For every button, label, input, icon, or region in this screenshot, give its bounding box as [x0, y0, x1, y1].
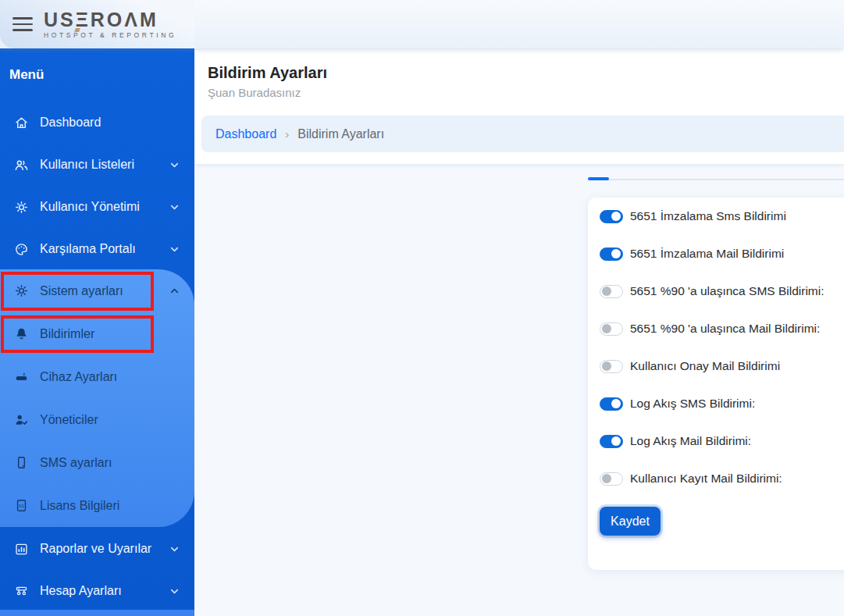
toggle-5651-imzalama-mail[interactable] — [600, 247, 623, 261]
toggle-row: Kullanıcı Kayıt Mail Bildirimi: — [600, 460, 844, 497]
sidebar-item-label: SMS ayarları — [40, 456, 112, 470]
license-icon: 01 — [14, 498, 29, 513]
toggle-label: 5651 %90 'a ulaşınca SMS Bildirimi: — [630, 284, 824, 298]
sidebar-menu-header: Menü — [0, 48, 194, 101]
tab-track — [608, 179, 844, 180]
toggle-knob — [602, 324, 611, 333]
sidebar-item-label: Yöneticiler — [40, 413, 98, 427]
content-header: Bildirim Ayarları Şuan Buradasınız Dashb… — [194, 48, 844, 164]
breadcrumb-separator-icon: › — [285, 127, 289, 141]
toggle-label: Kullanıcı Onay Mail Bildirimi — [630, 359, 780, 373]
svg-text:01: 01 — [19, 503, 24, 508]
chevron-down-icon — [169, 201, 180, 213]
page-title: Bildirim Ayarları — [208, 64, 327, 82]
sidebar-item-label: Kullanıcı Listeleri — [40, 158, 134, 172]
toggle-knob — [611, 212, 621, 221]
save-button[interactable]: Kaydet — [600, 507, 661, 536]
toggle-5651-imzalama-sms[interactable] — [600, 210, 623, 223]
palette-icon — [14, 242, 29, 257]
chevron-down-icon — [169, 244, 180, 255]
toggle-knob — [602, 361, 611, 371]
toggle-knob — [602, 287, 611, 296]
gear-icon — [14, 200, 29, 215]
toggle-label: Log Akış Mail Bildirimi: — [630, 434, 751, 448]
toggle-5651-90-mail[interactable] — [600, 322, 623, 336]
toggle-row: 5651 İmzalama Mail Bildirimi — [600, 235, 844, 272]
tab-indicator — [588, 177, 844, 181]
sidebar-item-karsilama-portali[interactable]: Karşılama Portalı — [0, 228, 194, 270]
breadcrumb: Dashboard › Bildirim Ayarları — [201, 116, 844, 152]
sidebar-bottom-strip — [0, 610, 194, 616]
breadcrumb-link-dashboard[interactable]: Dashboard — [215, 127, 276, 141]
phone-icon — [14, 455, 29, 470]
network-icon — [14, 584, 29, 599]
toggle-row: 5651 İmzalama Sms Bildirimi — [600, 198, 844, 235]
toggle-knob — [611, 436, 621, 446]
toggle-log-akis-sms[interactable] — [600, 397, 623, 411]
breadcrumb-current: Bildirim Ayarları — [297, 127, 384, 141]
sidebar-item-label: Sistem ayarları — [40, 284, 123, 298]
toggle-label: 5651 İmzalama Mail Bildirimi — [630, 247, 784, 261]
logo-area: USΞROΛM HOTSPOT & REPORTING — [0, 0, 194, 48]
toggle-kullanici-kayit-mail[interactable] — [600, 472, 623, 486]
toggle-knob — [602, 474, 611, 483]
admin-user-icon — [14, 412, 29, 427]
sidebar-item-sms-ayarlari[interactable]: SMS ayarları — [0, 441, 194, 484]
toggle-log-akis-mail[interactable] — [600, 435, 623, 448]
toggle-5651-90-sms[interactable] — [600, 285, 623, 298]
toggle-label: Log Akış SMS Bildirimi: — [630, 397, 755, 411]
sidebar: Menü Dashboard Kullanıcı Listeleri Kulla… — [0, 48, 194, 616]
users-icon — [14, 158, 29, 173]
sidebar-item-cihaz-ayarlari[interactable]: Cihaz Ayarları — [0, 355, 194, 398]
tab-active-indicator[interactable] — [588, 177, 609, 180]
sidebar-item-kullanici-yonetimi[interactable]: Kullanıcı Yönetimi — [0, 186, 194, 228]
chevron-down-icon — [169, 159, 180, 171]
sidebar-item-raporlar-ve-uyarilar[interactable]: Raporlar ve Uyarılar — [0, 528, 194, 570]
toggle-knob — [611, 249, 621, 258]
sidebar-item-label: Raporlar ve Uyarılar — [40, 542, 151, 556]
sidebar-item-lisans-bilgileri[interactable]: 01 Lisans Bilgileri — [0, 484, 194, 527]
chevron-down-icon — [169, 586, 180, 597]
sidebar-item-label: Kullanıcı Yönetimi — [40, 200, 140, 214]
page-subtitle: Şuan Buradasınız — [208, 86, 301, 99]
sidebar-item-label: Karşılama Portalı — [40, 242, 136, 256]
sidebar-item-label: Hesap Ayarları — [40, 584, 122, 598]
sidebar-item-dashboard[interactable]: Dashboard — [0, 101, 194, 144]
sidebar-item-label: Dashboard — [40, 116, 101, 130]
sidebar-item-sistem-ayarlari[interactable]: Sistem ayarları — [0, 269, 194, 312]
chevron-down-icon — [169, 543, 180, 555]
sidebar-item-label: Bildirimler — [40, 327, 94, 341]
home-icon — [14, 116, 29, 130]
sidebar-item-hesap-ayarlari[interactable]: Hesap Ayarları — [0, 570, 194, 612]
logo-tagline: HOTSPOT & REPORTING — [44, 32, 176, 39]
sidebar-item-kullanici-listeleri[interactable]: Kullanıcı Listeleri — [0, 144, 194, 186]
sidebar-bottom-group: Raporlar ve Uyarılar Hesap Ayarları — [0, 528, 194, 612]
toggle-label: 5651 %90 'a ulaşınca Mail Bildirimi: — [630, 322, 820, 336]
toggle-row: Log Akış Mail Bildirimi: — [600, 422, 844, 460]
chart-icon — [14, 542, 29, 557]
toggle-row: Log Akış SMS Bildirimi: — [600, 385, 844, 422]
notification-settings-card: 5651 İmzalama Sms Bildirimi 5651 İmzalam… — [588, 198, 844, 570]
hamburger-menu-icon[interactable] — [12, 17, 33, 31]
toggle-kullanici-onay-mail[interactable] — [600, 360, 623, 373]
logo-wordmark: USΞROΛM — [44, 10, 176, 30]
toggle-row: 5651 %90 'a ulaşınca SMS Bildirimi: — [600, 272, 844, 310]
toggle-label: 5651 İmzalama Sms Bildirimi — [630, 209, 786, 223]
router-icon — [14, 369, 29, 384]
chevron-up-icon — [169, 285, 180, 297]
toggle-knob — [611, 399, 621, 408]
logo: USΞROΛM HOTSPOT & REPORTING — [44, 10, 176, 39]
bell-icon — [14, 326, 29, 341]
toggle-row: Kullanıcı Onay Mail Bildirimi — [600, 347, 844, 385]
sidebar-item-label: Cihaz Ayarları — [40, 370, 117, 384]
toggle-label: Kullanıcı Kayıt Mail Bildirimi: — [630, 472, 782, 486]
gear-icon — [14, 283, 29, 298]
top-bar: USΞROΛM HOTSPOT & REPORTING — [0, 0, 844, 48]
sidebar-item-label: Lisans Bilgileri — [40, 499, 119, 513]
submenu-sistem-ayarlari: Sistem ayarları Bildirimler Cihaz Ayarla… — [0, 269, 194, 527]
sidebar-item-bildirimler[interactable]: Bildirimler — [0, 312, 194, 355]
toggle-row: 5651 %90 'a ulaşınca Mail Bildirimi: — [600, 310, 844, 347]
sidebar-item-yoneticiler[interactable]: Yöneticiler — [0, 398, 194, 441]
